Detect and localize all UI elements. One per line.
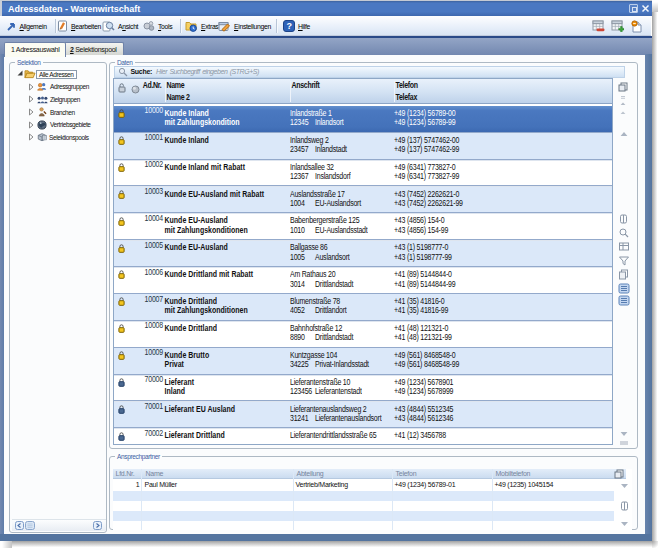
svg-text:?: ? (286, 21, 291, 31)
